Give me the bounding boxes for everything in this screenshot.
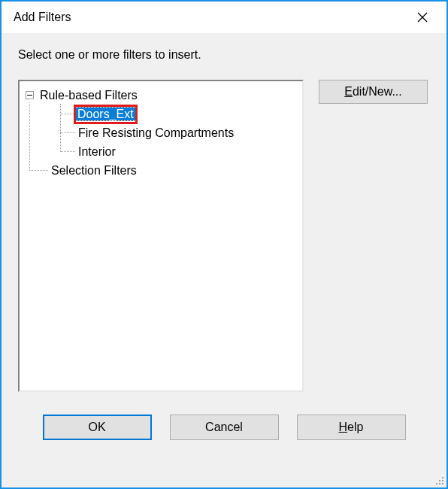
- tree-label-interior: Interior: [77, 143, 117, 161]
- main-row: Rule-based Filters Doors_Ext Fire Resist…: [18, 80, 430, 392]
- mnemonic-underline: E: [344, 85, 353, 98]
- annotation-highlight: Doors_Ext: [74, 105, 138, 124]
- titlebar: Add Filters: [2, 2, 446, 33]
- tree-root: Rule-based Filters Doors_Ext Fire Resist…: [23, 86, 299, 180]
- tree-node-interior[interactable]: Interior: [23, 142, 299, 161]
- collapse-icon[interactable]: [26, 91, 34, 99]
- tree-node-fire-resisting[interactable]: Fire Resisting Compartments: [23, 123, 299, 142]
- mnemonic-underline: H: [339, 421, 348, 433]
- close-icon: [417, 12, 428, 23]
- tree-label-doors-ext: Doors_Ext: [76, 108, 135, 120]
- tree-label-rule-filters: Rule-based Filters: [38, 87, 139, 105]
- ok-button[interactable]: OK: [43, 415, 152, 440]
- instruction-text: Select one or more filters to insert.: [18, 48, 430, 62]
- tree-node-doors-ext[interactable]: Doors_Ext: [23, 105, 299, 123]
- close-button[interactable]: [407, 5, 437, 29]
- edit-new-button[interactable]: Edit/New...: [319, 80, 428, 104]
- tree-node-selection-filters[interactable]: Selection Filters: [23, 161, 299, 180]
- dialog-window: Add Filters Select one or more filters t…: [0, 0, 448, 489]
- tree-node-rule-filters[interactable]: Rule-based Filters: [23, 86, 299, 105]
- button-row: OK Cancel Help: [18, 392, 430, 440]
- dialog-title: Add Filters: [14, 11, 71, 24]
- tree-label-fire-resisting: Fire Resisting Compartments: [77, 124, 235, 142]
- tree-label-selection-filters: Selection Filters: [50, 162, 138, 180]
- resize-grip[interactable]: [433, 474, 443, 484]
- dialog-content: Select one or more filters to insert. Ru…: [2, 33, 446, 440]
- help-button[interactable]: Help: [297, 415, 406, 440]
- filter-tree[interactable]: Rule-based Filters Doors_Ext Fire Resist…: [18, 80, 304, 392]
- help-remainder: elp: [347, 421, 363, 433]
- cancel-button[interactable]: Cancel: [170, 415, 279, 440]
- edit-new-remainder: dit/New...: [353, 85, 402, 98]
